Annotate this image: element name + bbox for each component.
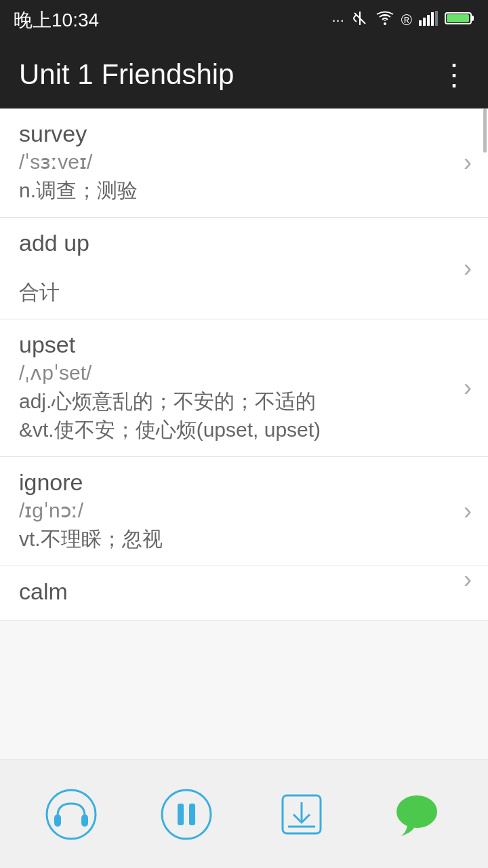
headphone-button[interactable] — [44, 787, 98, 842]
word-english: survey — [19, 121, 472, 147]
svg-rect-12 — [81, 814, 88, 827]
svg-point-1 — [384, 22, 386, 25]
svg-rect-4 — [427, 15, 430, 26]
word-english: upset — [19, 332, 472, 358]
pause-button[interactable] — [159, 787, 214, 842]
word-phonetic — [19, 259, 472, 275]
chevron-right-icon: › — [464, 497, 472, 526]
status-icons: ··· ® — [331, 9, 474, 31]
svg-rect-8 — [471, 16, 474, 21]
word-item-add-up[interactable]: add up 合计 › — [0, 218, 488, 319]
word-phonetic: /ˌʌpˈset/ — [19, 361, 472, 384]
battery-icon — [445, 11, 474, 30]
status-time: 晚上10:34 — [14, 7, 99, 33]
wifi-icon — [375, 11, 394, 30]
svg-rect-2 — [419, 20, 422, 26]
chevron-right-icon: › — [464, 374, 472, 402]
word-item-ignore[interactable]: ignore /ɪgˈnɔː/ vt.不理睬；忽视 › — [0, 457, 488, 566]
svg-rect-5 — [431, 12, 434, 26]
signal-icon — [419, 11, 438, 30]
word-item-upset[interactable]: upset /ˌʌpˈset/ adj.心烦意乱的；不安的；不适的 &vt.使不… — [0, 319, 488, 457]
word-phonetic: /ˈsɜːveɪ/ — [19, 150, 472, 174]
svg-rect-3 — [423, 18, 426, 26]
word-english: ignore — [19, 469, 472, 496]
svg-rect-9 — [447, 14, 469, 22]
word-english: add up — [19, 230, 472, 256]
word-definition: adj.心烦意乱的；不安的；不适的 &vt.使不安；使心烦(upset, ups… — [19, 387, 472, 444]
app-bar: Unit 1 Friendship ⋮ — [0, 41, 488, 108]
svg-point-17 — [396, 795, 437, 828]
svg-point-13 — [162, 790, 211, 839]
svg-rect-14 — [178, 804, 184, 825]
scroll-indicator — [483, 108, 487, 153]
svg-rect-6 — [435, 11, 438, 26]
word-phonetic: /ɪgˈnɔː/ — [19, 498, 472, 522]
chevron-right-icon: › — [464, 149, 472, 177]
word-definition: n.调查；测验 — [19, 176, 472, 205]
word-definition: vt.不理睬；忽视 — [19, 525, 472, 553]
registered-icon: ® — [401, 12, 412, 29]
word-english: calm — [19, 578, 472, 605]
chevron-right-icon: › — [464, 566, 472, 594]
page-title: Unit 1 Friendship — [19, 58, 234, 91]
word-item-survey[interactable]: survey /ˈsɜːveɪ/ n.调查；测验 › — [0, 108, 488, 218]
chevron-right-icon: › — [464, 254, 472, 283]
download-button[interactable] — [274, 787, 329, 842]
bottom-bar — [0, 760, 488, 868]
svg-rect-11 — [54, 814, 61, 827]
status-bar: 晚上10:34 ··· ® — [0, 0, 488, 41]
word-item-calm[interactable]: calm › — [0, 566, 488, 620]
dots-icon: ··· — [331, 12, 344, 29]
chat-button[interactable] — [390, 787, 444, 842]
svg-rect-15 — [189, 804, 195, 825]
mute-icon — [351, 9, 369, 31]
word-definition: 合计 — [19, 278, 472, 307]
word-list: survey /ˈsɜːveɪ/ n.调查；测验 › add up 合计 › u… — [0, 108, 488, 760]
overflow-menu-icon[interactable]: ⋮ — [439, 60, 469, 90]
svg-point-10 — [47, 790, 96, 839]
